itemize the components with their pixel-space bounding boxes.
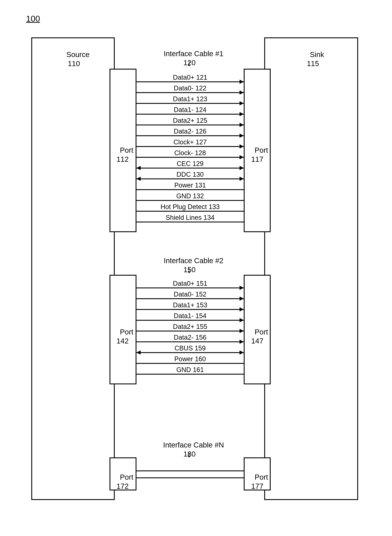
cableN-line: [136, 470, 244, 471]
signal-label: GND 132: [136, 193, 244, 199]
signal-line: [136, 374, 244, 375]
signal-line: [136, 221, 244, 222]
signal-label: CEC 129: [136, 160, 244, 167]
down-arrow-icon: ↓: [184, 265, 194, 275]
signal-label: Data1+ 153: [136, 302, 244, 308]
signal-line: [136, 92, 244, 93]
signal-line: [136, 135, 244, 136]
signal-line: [136, 157, 244, 158]
cable2-port-right-title: Port: [255, 328, 268, 336]
signal-line: [136, 146, 244, 147]
signal-label: Clock- 128: [136, 150, 244, 156]
signal-label: Data0- 122: [136, 85, 244, 91]
signal-line: [136, 81, 244, 82]
signal-line: [136, 189, 244, 190]
signal-label: Data0- 152: [136, 291, 244, 298]
signal-label: GND 161: [136, 367, 244, 373]
signal-label: Shield Lines 134: [136, 214, 244, 221]
cable2-port-left-ref: 142: [117, 337, 129, 345]
cable1-port-left-ref: 112: [117, 155, 129, 163]
signal-label: Clock+ 127: [136, 139, 244, 145]
cableN-line: [136, 477, 244, 478]
sink-ref: 115: [307, 60, 319, 68]
signal-line: [136, 168, 244, 169]
signal-line: [136, 103, 244, 104]
signal-label: Data0+ 121: [136, 74, 244, 81]
cable2-port-left-label: Port 142: [111, 318, 134, 355]
cableN-port-left-label: Port 172: [111, 463, 134, 500]
cableN-port-left-ref: 172: [117, 482, 129, 490]
signal-label: Data1- 154: [136, 313, 244, 319]
signal-label: Data1- 124: [136, 106, 244, 113]
source-box: [31, 38, 115, 500]
cable2-port-right-ref: 147: [251, 337, 263, 345]
signal-line: [136, 352, 244, 353]
cableN-port-right-label: Port 177: [246, 463, 269, 500]
cableN-port-right-ref: 177: [251, 482, 263, 490]
cableN-title-text: Interface Cable #N: [163, 441, 224, 449]
cable2-title-text: Interface Cable #2: [164, 257, 223, 265]
cable1-title-text: Interface Cable #1: [164, 50, 223, 58]
cable1-port-right-title: Port: [255, 146, 268, 154]
signal-line: [136, 179, 244, 179]
source-ref: 110: [68, 60, 80, 68]
signal-label: Hot Plug Detect 133: [136, 203, 244, 210]
signal-arrow-icon: [7, 7, 7, 7]
signal-line: [136, 298, 244, 299]
cable2-port-left-title: Port: [120, 328, 133, 336]
signal-label: DDC 130: [136, 171, 244, 178]
cable1-port-left-label: Port 112: [111, 136, 134, 173]
signal-line: [136, 341, 244, 342]
signal-line: [136, 309, 244, 310]
signal-line: [136, 320, 244, 321]
source-title: Source: [66, 50, 89, 59]
signal-label: Power 131: [136, 182, 244, 188]
signal-label: Data2- 156: [136, 334, 244, 341]
signal-label: Data2+ 125: [136, 117, 244, 124]
down-arrow-icon: ↓: [184, 450, 194, 459]
signal-label: CBUS 159: [136, 345, 244, 352]
cableN-port-left-title: Port: [120, 473, 133, 481]
signal-line: [136, 211, 244, 212]
signal-line: [136, 363, 244, 364]
cable1-port-right-ref: 117: [251, 155, 263, 163]
signal-label: Data2+ 155: [136, 323, 244, 330]
diagram-page: 100 Source 110 Sink 115 Interface Cable …: [7, 7, 385, 529]
cable2-port-right-label: Port 147: [246, 318, 269, 355]
signal-label: Power 160: [136, 356, 244, 362]
signal-line: [136, 125, 244, 125]
signal-line: [136, 287, 244, 288]
sink-title: Sink: [310, 50, 324, 59]
figure-reference-number: 100: [26, 14, 40, 24]
signal-label: Data1+ 123: [136, 96, 244, 102]
cable1-port-left-title: Port: [120, 146, 133, 154]
sink-box: [264, 38, 358, 500]
cableN-port-right-title: Port: [255, 473, 268, 481]
sink-label: Sink 115: [294, 41, 332, 77]
signal-line: [136, 114, 244, 115]
signal-label: Data0+ 151: [136, 280, 244, 287]
signal-line: [136, 200, 244, 201]
cable1-port-right-label: Port 117: [246, 136, 269, 173]
signal-line: [136, 331, 244, 331]
down-arrow-icon: ↓: [184, 58, 194, 68]
signal-label: Data2- 126: [136, 128, 244, 135]
source-label: Source 110: [55, 41, 93, 77]
